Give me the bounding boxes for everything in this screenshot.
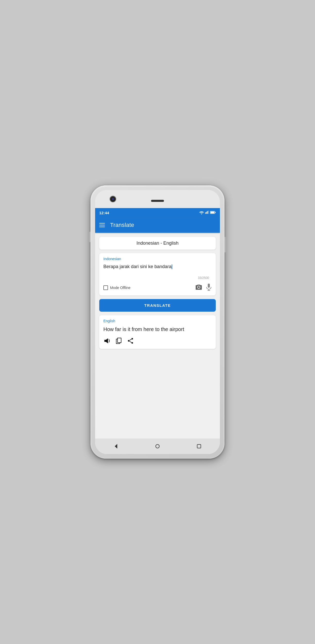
translated-text: How far is it from here to the airport: [103, 326, 212, 333]
output-card: English How far is it from here to the a…: [99, 315, 216, 349]
copy-button[interactable]: [116, 337, 122, 345]
svg-point-15: [131, 338, 133, 340]
text-cursor: [172, 265, 172, 269]
language-pair: Indonesian - English: [136, 241, 178, 246]
speak-button[interactable]: [103, 338, 111, 345]
input-bottom-row: Mode Offline: [103, 284, 212, 292]
svg-rect-8: [208, 284, 210, 288]
phone-inner: 12:44: [95, 190, 220, 454]
language-selector[interactable]: Indonesian - English: [99, 237, 216, 250]
svg-marker-11: [104, 338, 108, 343]
translate-button[interactable]: TRANSLATE: [99, 299, 216, 312]
source-language-label: Indonesian: [103, 257, 212, 261]
svg-rect-13: [118, 338, 121, 343]
svg-rect-6: [215, 212, 216, 213]
bottom-nav: [95, 439, 220, 454]
battery-icon: [210, 210, 216, 215]
svg-rect-3: [207, 211, 208, 214]
svg-point-16: [128, 340, 129, 342]
input-card: Indonesian Berapa jarak dari sini ke ban…: [99, 253, 216, 295]
main-content: Indonesian - English Indonesian Berapa j…: [95, 233, 220, 439]
input-text-content: Berapa jarak dari sini ke bandara: [103, 264, 171, 269]
svg-rect-2: [206, 212, 207, 214]
status-icons: [199, 210, 216, 215]
output-actions: [103, 337, 212, 345]
source-text-input[interactable]: Berapa jarak dari sini ke bandara: [103, 263, 212, 274]
hamburger-menu-icon[interactable]: [99, 223, 105, 227]
status-bar: 12:44: [95, 208, 220, 217]
app-bar: Translate: [95, 217, 220, 233]
offline-mode-toggle[interactable]: Mode Offline: [103, 285, 130, 290]
signal-icon: [205, 210, 209, 215]
svg-point-21: [156, 444, 159, 448]
app-title: Translate: [110, 222, 134, 228]
earpiece: [151, 200, 164, 202]
input-actions: [195, 284, 212, 292]
char-count: 33/2500: [198, 276, 209, 280]
camera: [110, 196, 116, 202]
camera-button[interactable]: [195, 284, 202, 291]
svg-point-0: [201, 214, 202, 214]
phone-top-bar: [95, 190, 220, 208]
phone-frame: 12:44: [90, 185, 225, 459]
svg-marker-20: [115, 444, 117, 449]
target-language-label: English: [103, 319, 212, 323]
back-button[interactable]: [111, 442, 121, 451]
svg-line-18: [129, 339, 131, 341]
screen: 12:44: [95, 208, 220, 454]
svg-rect-1: [205, 212, 206, 214]
share-button[interactable]: [127, 338, 134, 345]
microphone-button[interactable]: [206, 284, 212, 292]
status-time: 12:44: [99, 211, 109, 215]
svg-rect-7: [210, 212, 214, 213]
svg-point-17: [131, 342, 133, 344]
recents-button[interactable]: [194, 442, 204, 451]
svg-rect-22: [197, 444, 201, 448]
wifi-icon: [199, 211, 204, 214]
offline-label: Mode Offline: [110, 286, 130, 290]
home-button[interactable]: [153, 442, 162, 451]
svg-rect-4: [208, 211, 209, 214]
offline-checkbox[interactable]: [103, 285, 108, 290]
svg-line-19: [129, 341, 131, 343]
